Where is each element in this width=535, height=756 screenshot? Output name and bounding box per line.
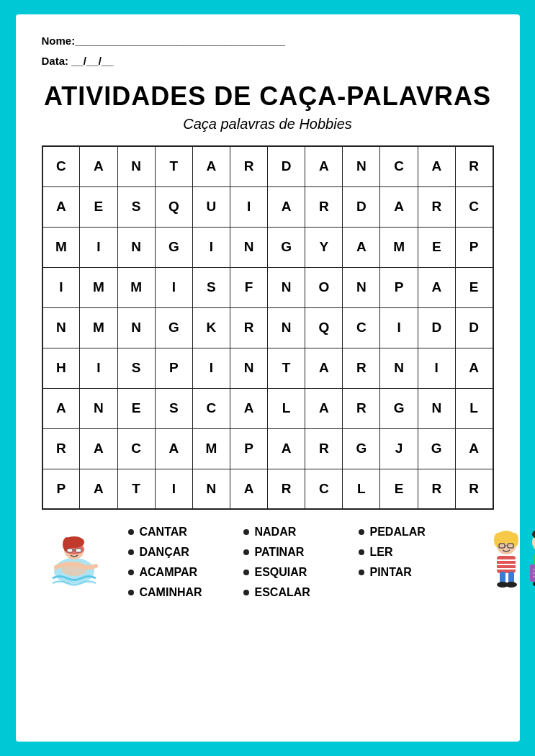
bullet-icon xyxy=(359,549,364,555)
grid-cell: L xyxy=(455,388,493,428)
word-item: ACAMPAR xyxy=(128,566,243,579)
word-label: CAMINHAR xyxy=(140,586,202,599)
grid-cell: H xyxy=(42,348,80,388)
swimmer-clipart xyxy=(42,531,107,599)
grid-cell: O xyxy=(305,267,343,307)
grid-cell: L xyxy=(343,469,380,509)
grid-cell: A xyxy=(80,146,117,186)
word-label: PINTAR xyxy=(370,566,412,579)
grid-cell: N xyxy=(42,307,80,348)
word-item: ESQUIAR xyxy=(243,566,359,579)
svg-point-11 xyxy=(494,533,501,547)
grid-cell: N xyxy=(117,146,155,186)
page: Nome:___________________________________… xyxy=(16,14,520,742)
grid-cell: R xyxy=(305,186,343,227)
grid-cell: A xyxy=(230,388,268,428)
bullet-icon xyxy=(128,529,134,535)
grid-cell: M xyxy=(42,227,80,267)
grid-cell: D xyxy=(343,186,380,227)
word-search-grid: CANTARDANCARAESQUIARDARCMINGINGYAMEPIMMI… xyxy=(42,145,494,510)
grid-cell: D xyxy=(455,307,493,348)
svg-point-12 xyxy=(511,533,518,547)
grid-cell: N xyxy=(80,388,117,428)
grid-cell: A xyxy=(42,388,80,428)
word-item: NADAR xyxy=(243,526,359,539)
grid-cell: S xyxy=(192,267,230,307)
grid-cell: A xyxy=(80,469,117,509)
grid-cell: M xyxy=(80,307,117,348)
grid-cell: N xyxy=(418,388,455,428)
grid-cell: A xyxy=(305,388,343,428)
grid-cell: A xyxy=(268,186,305,227)
word-label: CANTAR xyxy=(140,526,187,539)
grid-cell: N xyxy=(230,227,268,267)
grid-cell: R xyxy=(42,428,80,469)
grid-cell: U xyxy=(192,186,230,227)
word-label: ESQUIAR xyxy=(255,566,307,579)
grid-cell: I xyxy=(155,469,192,509)
grid-cell: N xyxy=(268,307,305,348)
bottom-section: CANTARDANÇARACAMPARCAMINHAR NADARPATINAR… xyxy=(42,524,494,599)
word-label: ESCALAR xyxy=(255,586,310,599)
grid-cell: A xyxy=(268,428,305,469)
grid-cell: A xyxy=(305,146,343,186)
grid-cell: P xyxy=(380,267,418,307)
grid-cell: N xyxy=(268,267,305,307)
grid-cell: G xyxy=(155,307,192,348)
word-label: DANÇAR xyxy=(140,546,189,559)
grid-cell: T xyxy=(155,146,192,186)
bullet-icon xyxy=(128,549,134,555)
grid-cell: I xyxy=(80,227,117,267)
grid-cell: R xyxy=(268,469,305,509)
word-item: CANTAR xyxy=(128,526,243,539)
grid-cell: C xyxy=(117,428,155,469)
grid-cell: R xyxy=(230,307,268,348)
grid-cell: C xyxy=(380,146,418,186)
grid-cell: A xyxy=(42,186,80,227)
grid-cell: N xyxy=(343,267,380,307)
word-label: ACAMPAR xyxy=(140,566,198,579)
word-item: PINTAR xyxy=(359,566,474,579)
word-item: DANÇAR xyxy=(128,546,243,559)
grid-cell: F xyxy=(230,267,268,307)
readers-clipart xyxy=(474,524,536,599)
grid-cell: G xyxy=(268,227,305,267)
grid-cell: A xyxy=(192,146,230,186)
grid-cell: G xyxy=(380,388,418,428)
grid-cell: I xyxy=(380,307,418,348)
grid-cell: A xyxy=(455,348,493,388)
word-list-section: CANTARDANÇARACAMPARCAMINHAR NADARPATINAR… xyxy=(128,526,474,599)
word-col-3: PEDALARLERPINTAR xyxy=(359,526,474,599)
word-col-1: CANTARDANÇARACAMPARCAMINHAR xyxy=(128,526,243,599)
grid-cell: N xyxy=(230,348,268,388)
grid-cell: D xyxy=(418,307,455,348)
grid-cell: I xyxy=(155,267,192,307)
grid-cell: A xyxy=(155,428,192,469)
grid-cell: P xyxy=(42,469,80,509)
grid-cell: N xyxy=(192,469,230,509)
bullet-icon xyxy=(243,529,249,535)
grid-cell: I xyxy=(192,227,230,267)
word-item: CAMINHAR xyxy=(128,586,243,599)
grid-cell: R xyxy=(305,428,343,469)
grid-cell: E xyxy=(80,186,117,227)
data-line: Data: __/__/__ xyxy=(42,52,494,71)
grid-cell: C xyxy=(455,186,493,227)
grid-cell: K xyxy=(192,307,230,348)
nome-line: Nome:___________________________________ xyxy=(42,32,494,50)
grid-cell: M xyxy=(80,267,117,307)
grid-cell: A xyxy=(230,469,268,509)
grid-cell: N xyxy=(117,227,155,267)
grid-cell: A xyxy=(80,428,117,469)
grid-cell: I xyxy=(418,348,455,388)
grid-cell: D xyxy=(268,146,305,186)
grid-cell: A xyxy=(418,146,455,186)
grid-cell: I xyxy=(230,186,268,227)
grid-cell: I xyxy=(42,267,80,307)
grid-cell: E xyxy=(418,227,455,267)
bullet-icon xyxy=(243,549,249,555)
word-item: PEDALAR xyxy=(359,526,474,539)
bullet-icon xyxy=(359,570,364,575)
grid-cell: P xyxy=(455,227,493,267)
svg-point-39 xyxy=(533,581,536,587)
